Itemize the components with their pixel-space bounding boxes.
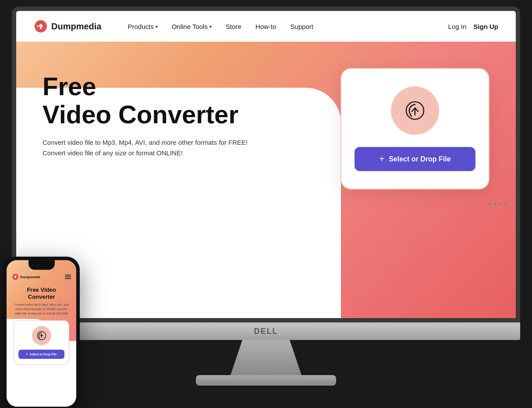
brand-name: Dumpmedia xyxy=(51,21,101,32)
phone-notch xyxy=(28,260,55,270)
phone-plus-icon: + xyxy=(26,353,28,356)
navbar: Dumpmedia Products ▾ Online Tools ▾ xyxy=(16,11,516,42)
logo-area: Dumpmedia xyxy=(34,19,101,33)
hero-subtitle: Convert video file to Mp3, Mp4, AVI, and… xyxy=(43,137,262,158)
phone-upload-icon xyxy=(36,330,47,341)
menu-bar xyxy=(65,275,71,276)
monitor-brand: DELL xyxy=(254,327,278,336)
monitor-stand xyxy=(227,340,305,375)
nav-links: Products ▾ Online Tools ▾ Store How-to S… xyxy=(128,23,448,30)
hero-content: Free Video Converter Convert video file … xyxy=(16,42,516,211)
phone-select-drop-file-button[interactable]: + Select or Drop File xyxy=(18,350,64,359)
nav-store[interactable]: Store xyxy=(226,23,241,30)
phone-wrapper: Dumpmedia Free Video Converter xyxy=(3,257,80,408)
upload-card: + Select or Drop File xyxy=(340,68,489,190)
hamburger-menu-icon[interactable] xyxy=(65,275,71,279)
login-button[interactable]: Log In xyxy=(448,23,467,30)
nav-online-tools[interactable]: Online Tools ▾ xyxy=(172,23,212,30)
phone-hero-title: Free Video Converter xyxy=(12,286,71,300)
monitor-chin: DELL xyxy=(12,322,520,340)
phone-frame: Dumpmedia Free Video Converter xyxy=(3,257,80,408)
monitor-wrapper: Dumpmedia Products ▾ Online Tools ▾ xyxy=(12,7,520,401)
nav-howto[interactable]: How-to xyxy=(255,23,277,30)
signup-button[interactable]: Sign Up xyxy=(473,23,498,30)
phone-brand-name: Dumpmedia xyxy=(20,275,40,279)
monitor-base xyxy=(196,375,336,386)
menu-bar xyxy=(65,278,71,279)
nav-auth: Log In Sign Up xyxy=(448,23,498,30)
nav-products[interactable]: Products ▾ xyxy=(128,23,157,30)
chevron-down-icon: ▾ xyxy=(209,24,212,29)
select-drop-file-button[interactable]: + Select or Drop File xyxy=(355,147,475,171)
phone-screen: Dumpmedia Free Video Converter xyxy=(7,260,76,407)
phone-upload-icon-circle xyxy=(32,326,51,345)
nav-support[interactable]: Support xyxy=(290,23,313,30)
menu-bar xyxy=(65,276,71,277)
upload-icon-circle xyxy=(391,86,439,135)
phone-upload-card: + Select or Drop File xyxy=(14,320,69,365)
monitor-frame: Dumpmedia Products ▾ Online Tools ▾ xyxy=(12,7,520,322)
phone-hero-subtitle: Convert video file to Mp3, Mp4, AVI, and… xyxy=(12,303,71,315)
phone-logo-icon xyxy=(12,273,19,280)
upload-icon xyxy=(404,100,426,122)
scene: Dumpmedia Products ▾ Online Tools ▾ xyxy=(12,7,520,401)
phone-logo: Dumpmedia xyxy=(12,273,40,280)
hero-text: Free Video Converter Convert video file … xyxy=(43,64,262,158)
phone-content: Free Video Converter Convert video file … xyxy=(7,283,76,368)
hero-title: Free Video Converter xyxy=(43,72,262,129)
plus-icon: + xyxy=(379,154,384,164)
website: Dumpmedia Products ▾ Online Tools ▾ xyxy=(16,11,516,318)
chevron-down-icon: ▾ xyxy=(156,24,158,29)
logo-icon xyxy=(34,19,48,33)
monitor-screen: Dumpmedia Products ▾ Online Tools ▾ xyxy=(16,11,516,318)
